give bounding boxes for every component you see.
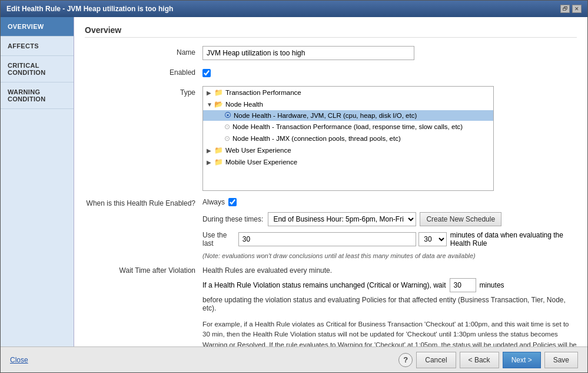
wait-prefix-text: If a Health Rule Violation status remain… [202, 281, 446, 289]
tree-item-label: Node Health [225, 101, 263, 108]
radio-outline-icon2: ⊙ [224, 134, 230, 143]
wait-time-label: Wait Time after Violation [85, 266, 202, 275]
sidebar: Overview Affects Critical Condition Warn… [1, 17, 74, 346]
radio-outline-icon: ⊙ [224, 123, 230, 131]
sidebar-item-critical-condition[interactable]: Critical Condition [1, 56, 74, 82]
always-checkbox[interactable] [228, 198, 237, 206]
footer-left: Close [10, 356, 28, 364]
wait-inline-row: If a Health Rule Violation status remain… [202, 278, 577, 292]
enabled-label: Enabled [85, 66, 202, 77]
when-row: When is this Health Rule Enabled? Always [85, 197, 577, 207]
wait-time-content: Health Rules are evaluated every minute.… [202, 266, 577, 346]
note-text: (Note: evaluations won't draw conclusion… [202, 252, 577, 259]
type-row: Type ▶ 📁 Transaction Performance ▼ 📂 [85, 86, 577, 191]
name-control [202, 46, 577, 60]
footer-right: ? Cancel < Back Next > Save [398, 352, 578, 368]
tree-item-node-health-tp[interactable]: ⊙ Node Health - Transaction Performance … [203, 121, 493, 133]
radio-selected-icon: ⦿ [224, 112, 231, 119]
tree-item-node-health[interactable]: ▼ 📂 Node Health [203, 98, 493, 110]
evaluated-text: Health Rules are evaluated every minute. [202, 266, 577, 275]
wait-value-input[interactable] [450, 278, 476, 292]
tree-item-transaction-performance[interactable]: ▶ 📁 Transaction Performance [203, 87, 493, 98]
title-controls: 🗗 ✕ [560, 5, 582, 13]
arrow-right-icon: ▶ [207, 90, 212, 96]
use-last-input[interactable] [238, 232, 416, 246]
enabled-control [202, 66, 577, 80]
folder-icon2: 📁 [214, 146, 223, 154]
type-list: ▶ 📁 Transaction Performance ▼ 📂 Node Hea… [202, 86, 494, 191]
content-area: Overview Name Enabled Type [74, 17, 587, 346]
example-text: For example, if a Health Rule violates a… [202, 319, 577, 346]
name-input[interactable] [202, 46, 414, 60]
wait-minutes-label: minutes [480, 281, 504, 289]
tree-item-label: Transaction Performance [225, 89, 301, 96]
tree-item-node-health-hardware[interactable]: ⦿ Node Health - Hardware, JVM, CLR (cpu,… [203, 110, 493, 121]
tree-item-label: Node Health - Transaction Performance (l… [232, 123, 463, 130]
arrow-right-icon3: ▶ [207, 159, 212, 166]
folder-open-icon: 📂 [214, 100, 223, 108]
sidebar-item-affects[interactable]: Affects [1, 37, 74, 56]
close-link[interactable]: Close [10, 356, 28, 364]
schedule-dropdown[interactable]: End of Business Hour: 5pm-6pm, Mon-Fri B… [268, 212, 416, 226]
use-last-label: Use the last [202, 231, 234, 247]
tree-item-label: Node Health - JMX (connection pools, thr… [232, 135, 401, 142]
main-window: Edit Health Rule - JVM Heap utilization … [0, 0, 588, 373]
help-button[interactable]: ? [398, 353, 413, 367]
during-label: During these times: [202, 215, 263, 223]
tree-item-web-user-exp[interactable]: ▶ 📁 Web User Experience [203, 144, 493, 156]
arrow-right-icon2: ▶ [207, 147, 212, 154]
close-window-button[interactable]: ✕ [572, 5, 582, 13]
cancel-button[interactable]: Cancel [416, 352, 456, 368]
restore-button[interactable]: 🗗 [560, 5, 570, 13]
type-control: ▶ 📁 Transaction Performance ▼ 📂 Node Hea… [202, 86, 577, 191]
when-label: When is this Health Rule Enabled? [85, 197, 202, 207]
enabled-row: Enabled [85, 66, 577, 80]
tree-item-label: Node Health - Hardware, JVM, CLR (cpu, h… [234, 112, 417, 119]
folder-icon3: 📁 [214, 158, 223, 166]
sidebar-item-overview[interactable]: Overview [1, 17, 74, 37]
enabled-checkbox[interactable] [202, 69, 211, 77]
tree-item-label: Mobile User Experience [225, 159, 297, 166]
next-button[interactable]: Next > [503, 352, 541, 368]
always-label: Always [202, 198, 225, 206]
main-layout: Overview Affects Critical Condition Warn… [1, 17, 587, 346]
create-schedule-button[interactable]: Create New Schedule [420, 212, 501, 226]
title-bar: Edit Health Rule - JVM Heap utilization … [1, 1, 587, 17]
tree-item-node-health-jmx[interactable]: ⊙ Node Health - JMX (connection pools, t… [203, 133, 493, 144]
window-title: Edit Health Rule - JVM Heap utilization … [6, 5, 173, 13]
sidebar-item-warning-condition[interactable]: Warning Condition [1, 82, 74, 109]
arrow-down-icon: ▼ [207, 101, 212, 108]
folder-icon: 📁 [214, 88, 223, 97]
wait-time-row: Wait Time after Violation Health Rules a… [85, 266, 577, 346]
footer: Close ? Cancel < Back Next > Save [1, 346, 587, 372]
use-last-row: Use the last 30 15 45 60 minutes of data… [202, 231, 577, 247]
when-control: Always [202, 198, 237, 206]
back-button[interactable]: < Back [460, 352, 499, 368]
name-label: Name [85, 46, 202, 57]
tree-item-mobile-user-exp[interactable]: ▶ 📁 Mobile User Experience [203, 156, 493, 168]
wait-after-text: before updating the violation status and… [202, 296, 577, 312]
during-row: During these times: End of Business Hour… [202, 212, 577, 226]
section-title: Overview [85, 25, 577, 38]
tree-item-label: Web User Experience [225, 147, 291, 154]
name-row: Name [85, 46, 577, 60]
type-label: Type [85, 86, 202, 97]
save-button[interactable]: Save [544, 352, 578, 368]
minutes-of-data-label: minutes of data when evaluating the Heal… [450, 231, 577, 247]
minutes-unit-dropdown[interactable]: 30 15 45 60 [418, 232, 447, 246]
